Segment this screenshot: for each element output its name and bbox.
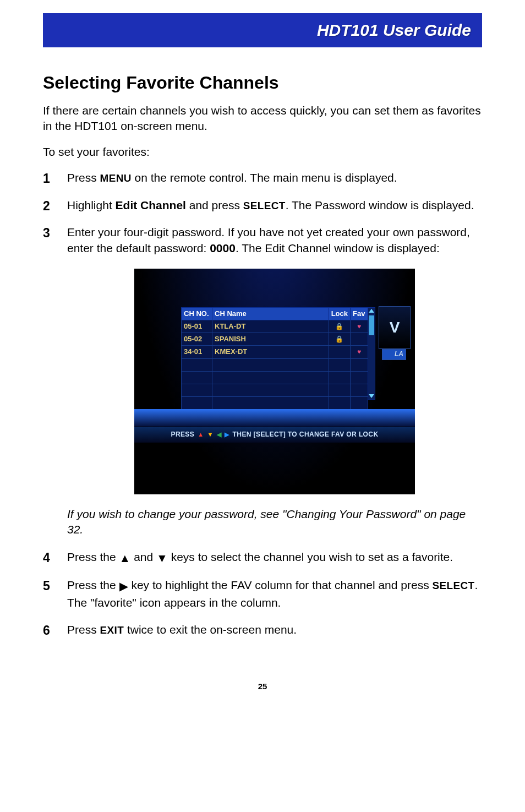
step-2: 2 Highlight Edit Channel and press SELEC… — [43, 197, 482, 213]
cell-empty — [351, 358, 368, 371]
scroll-up-icon[interactable] — [369, 309, 374, 313]
step-text: Press the — [67, 579, 119, 591]
step-text: twice to exit the on-screen menu. — [124, 623, 297, 636]
table-row-empty — [182, 397, 368, 410]
step-text: Highlight — [67, 199, 116, 211]
steps-list: 1 Press MENU on the remote control. The … — [43, 170, 482, 637]
step-4: 4 Press the ▲ and ▼ keys to select the c… — [43, 549, 482, 566]
lead-paragraph: To set your favorites: — [43, 144, 482, 160]
step-6: 6 Press EXIT twice to exit the on-screen… — [43, 622, 482, 637]
cell-chno: 05-01 — [182, 320, 212, 333]
cell-lock[interactable]: 🔒 — [329, 333, 350, 346]
cell-empty — [182, 384, 212, 396]
cell-chname: KMEX-DT — [212, 346, 329, 358]
preview-thumbnail: V — [379, 306, 411, 349]
table-row-empty — [182, 371, 368, 384]
scroll-down-icon[interactable] — [369, 394, 374, 398]
table-row[interactable]: 05-01KTLA-DT🔒♥ — [182, 320, 368, 333]
step-number: 2 — [43, 197, 50, 215]
default-password: 0000 — [210, 242, 236, 254]
intro-paragraph: If there are certain channels you wish t… — [43, 103, 482, 134]
arrow-right-icon: ▶ — [225, 430, 229, 439]
step-5: 5 Press the ▶ key to highlight the FAV c… — [43, 577, 482, 611]
cell-chno: 34-01 — [182, 346, 212, 358]
edit-channel-screenshot: CH NO. CH Name Lock Fav 05-01KTLA-DT🔒♥05… — [134, 269, 415, 494]
step-number: 6 — [43, 622, 50, 639]
menu-key: MENU — [100, 172, 132, 184]
cell-empty — [182, 371, 212, 384]
arrow-down-icon: ▼ — [207, 430, 213, 439]
table-row-empty — [182, 384, 368, 396]
step-text: on the remote control. The main menu is … — [132, 171, 397, 184]
step-number: 4 — [43, 549, 50, 566]
step-text: key to highlight the FAV column for that… — [128, 579, 433, 591]
cell-fav[interactable]: ♥ — [351, 320, 368, 333]
step-text: keys to select the channel you wish to s… — [168, 551, 453, 563]
table-row[interactable]: 05-02SPANISH🔒 — [182, 333, 368, 346]
screenshot-container: CH NO. CH Name Lock Fav 05-01KTLA-DT🔒♥05… — [67, 269, 482, 494]
glow-bar — [134, 409, 415, 427]
cell-empty — [351, 371, 368, 384]
arrow-down-icon: ▼ — [156, 550, 168, 566]
cell-empty — [351, 397, 368, 410]
cell-lock[interactable] — [329, 346, 350, 358]
step-text: Press — [67, 623, 100, 636]
cell-empty — [329, 358, 350, 371]
cell-empty — [212, 371, 329, 384]
cell-empty — [329, 397, 350, 410]
col-lock: Lock — [329, 307, 350, 320]
page-number: 25 — [43, 682, 482, 691]
table-row-empty — [182, 358, 368, 371]
channel-table: CH NO. CH Name Lock Fav 05-01KTLA-DT🔒♥05… — [181, 307, 368, 423]
hint-rest: THEN [SELECT] TO CHANGE FAV OR LOCK — [233, 430, 379, 439]
hint-bar: PRESS ▲▼◀▶ THEN [SELECT] TO CHANGE FAV O… — [134, 427, 415, 443]
heart-icon: ♥ — [357, 348, 361, 356]
lock-icon: 🔒 — [335, 335, 343, 343]
header-band: HDT101 User Guide — [43, 13, 482, 47]
lock-icon: 🔒 — [335, 323, 343, 330]
hint-press: PRESS — [171, 430, 195, 439]
table-row[interactable]: 34-01KMEX-DT♥ — [182, 346, 368, 358]
cell-chname: SPANISH — [212, 333, 329, 346]
cell-empty — [212, 397, 329, 410]
step-text: . The Password window is displayed. — [286, 199, 474, 211]
step-text: Press the — [67, 551, 119, 563]
step-text: . The Edit Channel window is displayed: — [236, 242, 440, 254]
scrollbar[interactable] — [368, 307, 375, 400]
step-3: 3 Enter your four-digit password. If you… — [43, 224, 482, 538]
cell-lock[interactable]: 🔒 — [329, 320, 350, 333]
select-key: SELECT — [243, 200, 286, 211]
col-chname: CH Name — [212, 307, 329, 320]
step-text: and press — [186, 199, 243, 211]
cell-chno: 05-02 — [182, 333, 212, 346]
cell-empty — [329, 371, 350, 384]
preview-label: LA — [382, 349, 406, 360]
step-number: 3 — [43, 224, 50, 242]
step-text: and — [130, 551, 156, 563]
step-1: 1 Press MENU on the remote control. The … — [43, 170, 482, 186]
cell-empty — [182, 397, 212, 410]
step-number: 5 — [43, 577, 50, 595]
cell-empty — [329, 384, 350, 396]
step-text: Press — [67, 171, 100, 184]
cell-fav[interactable] — [351, 333, 368, 346]
arrow-right-icon: ▶ — [119, 578, 128, 594]
menu-item-name: Edit Channel — [116, 199, 186, 211]
arrow-up-icon: ▲ — [198, 430, 204, 439]
cell-empty — [351, 384, 368, 396]
col-fav: Fav — [351, 307, 368, 320]
doc-title: HDT101 User Guide — [317, 21, 471, 39]
exit-key: EXIT — [100, 624, 124, 636]
select-key: SELECT — [432, 580, 474, 591]
cell-chname: KTLA-DT — [212, 320, 329, 333]
arrow-left-icon: ◀ — [217, 430, 221, 439]
arrow-up-icon: ▲ — [119, 550, 131, 566]
cell-fav[interactable]: ♥ — [351, 346, 368, 358]
heart-icon: ♥ — [357, 323, 361, 330]
col-chno: CH NO. — [182, 307, 212, 320]
cell-empty — [212, 358, 329, 371]
password-note: If you wish to change your password, see… — [67, 506, 482, 538]
cell-empty — [182, 358, 212, 371]
cell-empty — [212, 384, 329, 396]
step-number: 1 — [43, 170, 50, 187]
